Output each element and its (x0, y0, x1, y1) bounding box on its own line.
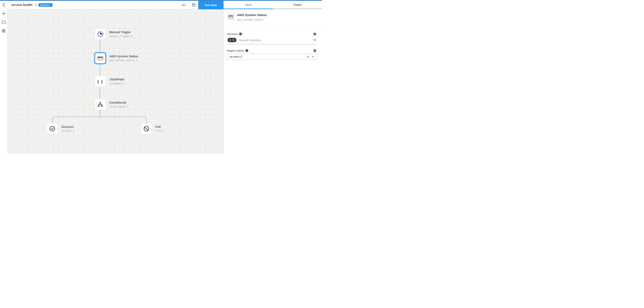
inspector-node-header: aws AWS System Status aws_system_status (224, 9, 322, 21)
selected-count-pill[interactable]: 1 (228, 38, 236, 42)
services-field: Services (224, 32, 322, 44)
region-name-field: Region Name (224, 49, 322, 60)
view-code-button[interactable]: </> (179, 1, 188, 9)
aws-logo-icon: aws (228, 15, 234, 19)
gear-icon (313, 32, 316, 36)
check-circle-icon (49, 126, 56, 132)
inspector-panel: Input Output aws AWS System Status aws_s… (224, 1, 322, 154)
aws-logo-icon: aws (97, 56, 104, 61)
aws-node-tile: aws (227, 13, 234, 20)
inspector-tabs: Input Output (224, 1, 322, 9)
inspector-node-id: aws_system_status (237, 18, 267, 21)
back-button[interactable] (0, 1, 8, 9)
schedule-button[interactable] (188, 1, 198, 9)
node-title: Conditional (109, 101, 128, 104)
node-conditional[interactable] (94, 99, 106, 110)
tab-output[interactable]: Output (273, 1, 322, 9)
tab-input[interactable]: Input (224, 1, 273, 9)
connector-trigger-to-aws (100, 40, 100, 52)
services-search-placeholder: Search Services (239, 38, 310, 42)
region-value: us-west-2 (230, 55, 304, 58)
playbook-title: service health: (11, 3, 33, 7)
back-chevron-icon (2, 2, 5, 8)
plus-icon (2, 12, 6, 16)
node-id: fail_1 (156, 130, 164, 132)
node-id: jsonpath_1 (109, 82, 124, 85)
playbook-run-count: 3 (35, 3, 37, 7)
workflow-canvas[interactable]: Manual Trigger manual_trigger_1 aws AWS … (8, 9, 224, 154)
run-now-button[interactable]: Run Now (198, 1, 224, 9)
node-id: conditional_1 (109, 105, 128, 108)
files-button[interactable] (2, 20, 6, 24)
remove-selection-icon[interactable] (232, 39, 234, 41)
connector-aws-to-jsonpath (100, 64, 100, 76)
node-jsonpath[interactable]: { } (94, 76, 106, 87)
services-multiselect[interactable]: 1 Search Services (227, 38, 316, 44)
connector-conditional-trunk (100, 110, 100, 117)
region-settings-button[interactable] (313, 49, 316, 52)
services-settings-button[interactable] (313, 32, 316, 36)
node-title: JSONPath (109, 78, 124, 81)
node-title: Manual Trigger (109, 30, 133, 34)
top-accent-bar (0, 0, 322, 1)
node-id: success_1 (61, 130, 74, 132)
node-success[interactable] (46, 123, 58, 134)
info-icon[interactable] (239, 32, 242, 35)
clear-region-icon[interactable] (306, 56, 309, 58)
node-fail[interactable] (140, 123, 152, 134)
code-icon: </> (181, 3, 186, 7)
gear-icon (2, 29, 6, 33)
node-id: aws_system_status_1 (109, 59, 138, 62)
playbook-title-group: service health: 3 DEFAULT (8, 1, 179, 9)
canvas-settings-button[interactable] (2, 29, 6, 33)
json-braces-icon: { } (97, 79, 103, 84)
prohibit-circle-icon (143, 126, 150, 132)
node-title: Success (61, 125, 74, 128)
chevron-down-icon[interactable] (313, 39, 316, 41)
manual-trigger-hexagon-cursor-icon (97, 31, 104, 38)
default-badge: DEFAULT (38, 3, 52, 7)
left-tool-rail (0, 9, 8, 154)
node-title: AWS System Status (109, 54, 138, 58)
gear-icon (313, 49, 316, 52)
header-bar: service health: 3 DEFAULT </> Run Now (0, 1, 224, 9)
node-title: Fail (156, 125, 164, 128)
branch-icon (98, 102, 103, 107)
services-label: Services (227, 32, 238, 36)
calendar-icon (192, 3, 196, 7)
node-id: manual_trigger_1 (109, 35, 133, 38)
chevron-down-icon[interactable] (312, 56, 314, 58)
inspector-node-title: AWS System Status (237, 13, 267, 17)
region-select[interactable]: us-west-2 (227, 54, 316, 60)
connector-jsonpath-to-conditional (100, 87, 100, 99)
add-node-button[interactable] (2, 12, 6, 16)
folder-icon (2, 20, 6, 24)
region-name-label: Region Name (227, 49, 244, 52)
node-aws-system-status[interactable]: aws (94, 52, 106, 64)
connector-branch-bracket (52, 116, 147, 123)
node-manual-trigger[interactable] (94, 28, 106, 40)
info-icon[interactable] (246, 49, 248, 52)
